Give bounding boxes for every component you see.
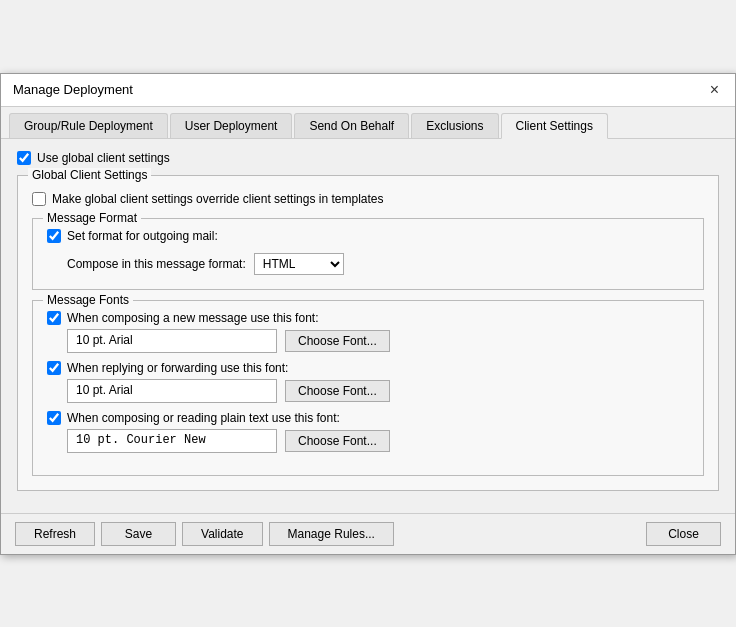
refresh-button[interactable]: Refresh xyxy=(15,522,95,546)
compose-row: Compose in this message format: HTML Pla… xyxy=(47,253,689,275)
compose-label: Compose in this message format: xyxy=(67,257,246,271)
set-format-row: Set format for outgoing mail: xyxy=(47,229,689,243)
message-fonts-label: Message Fonts xyxy=(43,293,133,307)
plain-text-font-display: 10 pt. Courier New xyxy=(67,429,277,453)
plain-text-check-label: When composing or reading plain text use… xyxy=(67,411,340,425)
use-global-row: Use global client settings xyxy=(17,151,719,165)
new-message-choose-font-btn[interactable]: Choose Font... xyxy=(285,330,390,352)
plain-text-checkbox[interactable] xyxy=(47,411,61,425)
new-message-check-label: When composing a new message use this fo… xyxy=(67,311,318,325)
new-message-font-row: 10 pt. Arial Choose Font... xyxy=(47,329,689,353)
set-format-label: Set format for outgoing mail: xyxy=(67,229,218,243)
use-global-label: Use global client settings xyxy=(37,151,170,165)
title-bar: Manage Deployment × xyxy=(1,74,735,107)
manage-rules-button[interactable]: Manage Rules... xyxy=(269,522,394,546)
plain-text-font-row: 10 pt. Courier New Choose Font... xyxy=(47,429,689,453)
plain-text-choose-font-btn[interactable]: Choose Font... xyxy=(285,430,390,452)
tab-user-deployment[interactable]: User Deployment xyxy=(170,113,293,138)
message-format-group: Message Format Set format for outgoing m… xyxy=(32,218,704,290)
validate-button[interactable]: Validate xyxy=(182,522,262,546)
reply-forward-font-display: 10 pt. Arial xyxy=(67,379,277,403)
reply-forward-checkbox[interactable] xyxy=(47,361,61,375)
reply-forward-check-label: When replying or forwarding use this fon… xyxy=(67,361,288,375)
plain-text-check-row: When composing or reading plain text use… xyxy=(47,411,689,425)
reply-forward-check-row: When replying or forwarding use this fon… xyxy=(47,361,689,375)
global-client-settings-group: Global Client Settings Make global clien… xyxy=(17,175,719,491)
plain-text-font-item: When composing or reading plain text use… xyxy=(47,411,689,453)
dialog-title: Manage Deployment xyxy=(13,82,133,97)
close-title-button[interactable]: × xyxy=(706,82,723,98)
format-select[interactable]: HTML Plain Text Rich Text xyxy=(254,253,344,275)
tab-group-rule[interactable]: Group/Rule Deployment xyxy=(9,113,168,138)
message-fonts-group: Message Fonts When composing a new messa… xyxy=(32,300,704,476)
close-footer-button[interactable]: Close xyxy=(646,522,721,546)
global-client-settings-label: Global Client Settings xyxy=(28,168,151,182)
tab-client-settings[interactable]: Client Settings xyxy=(501,113,608,139)
reply-forward-font-item: When replying or forwarding use this fon… xyxy=(47,361,689,403)
override-label: Make global client settings override cli… xyxy=(52,192,384,206)
content-area: Use global client settings Global Client… xyxy=(1,139,735,513)
tab-exclusions[interactable]: Exclusions xyxy=(411,113,498,138)
reply-forward-font-row: 10 pt. Arial Choose Font... xyxy=(47,379,689,403)
new-message-font-item: When composing a new message use this fo… xyxy=(47,311,689,353)
tab-send-on-behalf[interactable]: Send On Behalf xyxy=(294,113,409,138)
save-button[interactable]: Save xyxy=(101,522,176,546)
use-global-checkbox[interactable] xyxy=(17,151,31,165)
manage-deployment-dialog: Manage Deployment × Group/Rule Deploymen… xyxy=(0,73,736,555)
reply-forward-choose-font-btn[interactable]: Choose Font... xyxy=(285,380,390,402)
override-row: Make global client settings override cli… xyxy=(32,192,704,206)
footer: Refresh Save Validate Manage Rules... Cl… xyxy=(1,513,735,554)
override-checkbox[interactable] xyxy=(32,192,46,206)
message-format-label: Message Format xyxy=(43,211,141,225)
new-message-check-row: When composing a new message use this fo… xyxy=(47,311,689,325)
tab-bar: Group/Rule Deployment User Deployment Se… xyxy=(1,107,735,139)
new-message-checkbox[interactable] xyxy=(47,311,61,325)
new-message-font-display: 10 pt. Arial xyxy=(67,329,277,353)
set-format-checkbox[interactable] xyxy=(47,229,61,243)
